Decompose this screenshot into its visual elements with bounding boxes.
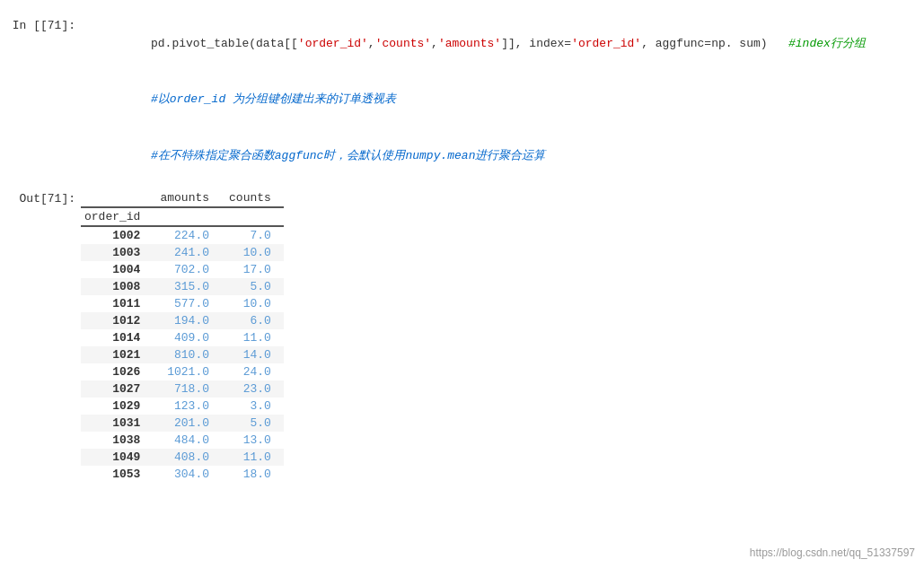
table-row: 1012194.06.0 [81, 312, 284, 329]
code-comment: #index行分组 [788, 37, 866, 50]
row-order-id: 1053 [81, 466, 153, 483]
row-amounts: 241.0 [153, 244, 222, 261]
row-order-id: 1049 [81, 449, 153, 466]
code-suffix: ]], index= [501, 37, 571, 50]
code-line-3: #在不特殊指定聚合函数aggfunc时，会默认使用numpy.mean进行聚合运… [81, 128, 924, 184]
code-end: , aggfunc=np. sum) [641, 37, 788, 50]
row-counts: 5.0 [222, 278, 284, 295]
row-order-id: 1021 [81, 346, 153, 363]
table-row: 10261021.024.0 [81, 363, 284, 380]
row-counts: 24.0 [222, 363, 284, 380]
row-order-id: 1012 [81, 312, 153, 329]
row-order-id: 1029 [81, 398, 153, 415]
row-amounts: 315.0 [153, 278, 222, 295]
out-number: 71]: [48, 192, 75, 205]
table-row: 1029123.03.0 [81, 398, 284, 415]
code-comma1: , [368, 37, 375, 50]
index-label: order_id [81, 207, 153, 226]
table-row: 1004702.017.0 [81, 261, 284, 278]
code-line-1: pd.pivot_table(data[['order_id','counts'… [81, 16, 924, 72]
table-row: 1038484.013.0 [81, 432, 284, 449]
row-amounts: 201.0 [153, 415, 222, 432]
row-counts: 7.0 [222, 226, 284, 244]
output-label: Out[71]: [0, 189, 81, 483]
row-counts: 23.0 [222, 380, 284, 398]
in-number: [71]: [40, 19, 75, 32]
out-keyword: Out [20, 192, 40, 205]
table-body: 1002224.07.01003241.010.01004702.017.010… [81, 226, 284, 483]
table-index-header-row: order_id [81, 207, 284, 226]
row-counts: 17.0 [222, 261, 284, 278]
table-row: 1027718.023.0 [81, 380, 284, 398]
row-amounts: 409.0 [153, 329, 222, 346]
index-header-counts-spacer [222, 207, 284, 226]
code-comment-3: #在不特殊指定聚合函数aggfunc时，会默认使用numpy.mean进行聚合运… [151, 149, 545, 162]
col-header-amounts: amounts [153, 189, 222, 207]
code-line-2: #以order_id 为分组键创建出来的订单透视表 [81, 72, 924, 127]
row-counts: 18.0 [222, 466, 284, 483]
row-counts: 11.0 [222, 449, 284, 466]
row-amounts: 718.0 [153, 380, 222, 398]
row-order-id: 1004 [81, 261, 153, 278]
col-header-empty [81, 189, 153, 207]
table-row: 1002224.07.0 [81, 226, 284, 244]
row-amounts: 577.0 [153, 295, 222, 312]
row-counts: 3.0 [222, 398, 284, 415]
row-amounts: 224.0 [153, 226, 222, 244]
row-counts: 6.0 [222, 312, 284, 329]
row-counts: 11.0 [222, 329, 284, 346]
row-order-id: 1011 [81, 295, 153, 312]
output-content: amounts counts order_id 1002224.07.01003… [81, 189, 924, 483]
in-keyword: In [13, 19, 27, 32]
watermark: https://blog.csdn.net/qq_51337597 [750, 546, 915, 559]
row-order-id: 1026 [81, 363, 153, 380]
input-content: pd.pivot_table(data[['order_id','counts'… [81, 16, 924, 184]
code-str-amounts: 'amounts' [438, 37, 501, 50]
row-amounts: 304.0 [153, 466, 222, 483]
row-order-id: 1027 [81, 380, 153, 398]
table-row: 1021810.014.0 [81, 346, 284, 363]
out-bracket-open: [ [40, 192, 48, 205]
table-row: 1014409.011.0 [81, 329, 284, 346]
row-amounts: 1021.0 [153, 363, 222, 380]
row-order-id: 1014 [81, 329, 153, 346]
table-row: 1053304.018.0 [81, 466, 284, 483]
row-order-id: 1003 [81, 244, 153, 261]
input-cell: In [[71]: pd.pivot_table(data[['order_id… [0, 16, 924, 184]
row-order-id: 1038 [81, 432, 153, 449]
row-order-id: 1031 [81, 415, 153, 432]
code-func-name: pd.pivot_table(data[[ [151, 37, 298, 50]
row-counts: 14.0 [222, 346, 284, 363]
row-amounts: 123.0 [153, 398, 222, 415]
code-comma2: , [431, 37, 438, 50]
output-cell: Out[71]: amounts counts order_id [0, 189, 924, 483]
code-str-index: 'order_id' [571, 37, 641, 50]
table-row: 1008315.05.0 [81, 278, 284, 295]
table-row: 1011577.010.0 [81, 295, 284, 312]
col-header-counts: counts [222, 189, 284, 207]
code-comment-2: #以order_id 为分组键创建出来的订单透视表 [151, 92, 396, 106]
row-amounts: 702.0 [153, 261, 222, 278]
table-col-header-row: amounts counts [81, 189, 284, 207]
row-counts: 5.0 [222, 415, 284, 432]
in-bracket-open: [ [33, 19, 40, 32]
row-amounts: 484.0 [153, 432, 222, 449]
row-counts: 10.0 [222, 295, 284, 312]
row-counts: 13.0 [222, 432, 284, 449]
table-row: 1049408.011.0 [81, 449, 284, 466]
row-counts: 10.0 [222, 244, 284, 261]
row-amounts: 810.0 [153, 346, 222, 363]
row-order-id: 1008 [81, 278, 153, 295]
code-str-counts: 'counts' [375, 37, 431, 50]
pivot-table: amounts counts order_id 1002224.07.01003… [81, 189, 284, 483]
row-amounts: 408.0 [153, 449, 222, 466]
index-header-amounts-spacer [153, 207, 222, 226]
code-str-orderid: 'order_id' [298, 37, 368, 50]
input-label: In [[71]: [0, 16, 81, 184]
table-row: 1031201.05.0 [81, 415, 284, 432]
table-row: 1003241.010.0 [81, 244, 284, 261]
row-order-id: 1002 [81, 226, 153, 244]
row-amounts: 194.0 [153, 312, 222, 329]
